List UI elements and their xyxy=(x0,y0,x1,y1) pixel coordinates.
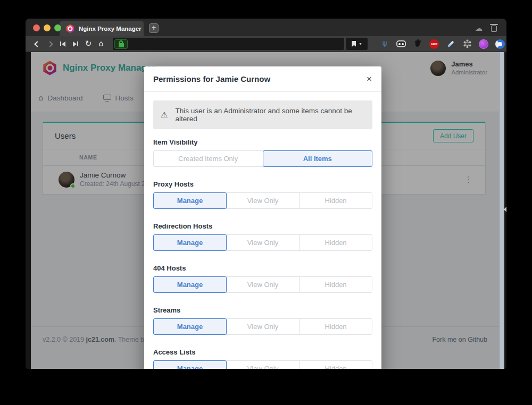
purple-circle-icon xyxy=(479,39,488,49)
option-manage[interactable]: Manage xyxy=(153,318,227,335)
atom-icon xyxy=(466,43,469,45)
zoom-window-button[interactable] xyxy=(54,24,61,31)
browser-tab[interactable]: Nginx Proxy Manager xyxy=(60,21,144,36)
warning-icon: ⚠ xyxy=(161,111,168,119)
rewind-icon xyxy=(60,41,65,47)
extension-fork-button[interactable]: ⋔ xyxy=(378,38,391,50)
window-controls xyxy=(33,24,61,31)
home-button[interactable]: ⌂ xyxy=(95,38,107,50)
option-view-only[interactable]: View Only xyxy=(226,360,300,369)
option-created-items-only[interactable]: Created Items Only xyxy=(153,150,263,167)
option-hidden[interactable]: Hidden xyxy=(299,318,372,335)
reload-icon: ↻ xyxy=(85,40,92,48)
browser-left-edge xyxy=(26,52,31,369)
footprint-icon xyxy=(415,40,420,47)
section-label-redirection-hosts: Redirection Hosts xyxy=(153,222,372,230)
blue-circle-icon xyxy=(495,39,505,49)
desktop-background: Nginx Proxy Manager + ☁ ↻ ⌂ xyxy=(0,0,532,405)
access-lists-group: Manage View Only Hidden xyxy=(153,360,372,369)
admin-alert: ⚠ This user is an Administrator and some… xyxy=(153,100,372,129)
bookmark-button[interactable]: ▾ xyxy=(346,38,368,50)
forward-button[interactable] xyxy=(44,38,56,50)
abp-icon: ABP xyxy=(429,39,439,49)
streams-group: Manage View Only Hidden xyxy=(153,318,372,335)
item-visibility-group: Created Items Only All Items xyxy=(153,150,372,167)
browser-tab-bar: Nginx Proxy Manager + ☁ xyxy=(26,19,506,36)
extension-pen-button[interactable] xyxy=(444,38,457,50)
npm-favicon-icon xyxy=(66,24,74,33)
fast-forward-icon xyxy=(73,41,78,47)
reload-button[interactable]: ↻ xyxy=(82,38,95,50)
pen-icon xyxy=(447,40,454,47)
extension-gnome-button[interactable] xyxy=(411,38,424,50)
option-manage[interactable]: Manage xyxy=(153,192,227,209)
minimize-window-button[interactable] xyxy=(44,24,51,31)
option-all-items[interactable]: All Items xyxy=(263,150,373,167)
option-manage[interactable]: Manage xyxy=(153,360,227,369)
extension-row: ⋔ ABP xyxy=(378,38,506,50)
close-icon[interactable]: × xyxy=(366,74,372,83)
close-window-button[interactable] xyxy=(33,24,40,31)
section-label-proxy-hosts: Proxy Hosts xyxy=(153,180,372,188)
tab-title: Nginx Proxy Manager xyxy=(79,26,142,32)
option-view-only[interactable]: View Only xyxy=(226,234,300,251)
browser-toolbar: ↻ ⌂ ▾ ⋔ ABP xyxy=(26,36,506,52)
back-icon xyxy=(34,41,40,47)
option-hidden[interactable]: Hidden xyxy=(299,192,372,209)
option-hidden[interactable]: Hidden xyxy=(299,234,372,251)
browser-window: Nginx Proxy Manager + ☁ ↻ ⌂ xyxy=(26,19,506,369)
option-manage[interactable]: Manage xyxy=(153,276,227,293)
extension-blue-button[interactable] xyxy=(494,38,506,50)
section-label-404-hosts: 404 Hosts xyxy=(153,264,372,272)
page-viewport: Nginx Proxy Manager James Administrator … xyxy=(26,52,506,369)
extension-atom-button[interactable] xyxy=(461,38,473,50)
permissions-modal: Permissions for Jamie Curnow × ⚠ This us… xyxy=(144,66,381,369)
fork-icon: ⋔ xyxy=(381,39,388,49)
forward-icon xyxy=(47,41,53,47)
panel-toggle-arrow-icon[interactable] xyxy=(504,206,506,213)
extension-goggles-button[interactable] xyxy=(395,38,408,50)
option-view-only[interactable]: View Only xyxy=(226,192,300,209)
ssl-lock-badge[interactable] xyxy=(114,39,128,49)
option-view-only[interactable]: View Only xyxy=(226,276,300,293)
option-hidden[interactable]: Hidden xyxy=(299,360,372,369)
home-icon: ⌂ xyxy=(98,40,104,48)
extension-purple-button[interactable] xyxy=(477,38,490,50)
option-hidden[interactable]: Hidden xyxy=(299,276,372,293)
admin-alert-text: This user is an Administrator and some i… xyxy=(175,107,365,123)
bookmark-icon xyxy=(352,41,356,47)
chevron-down-icon: ▾ xyxy=(359,41,361,46)
extension-adblock-button[interactable]: ABP xyxy=(428,38,440,50)
lock-icon xyxy=(119,43,124,47)
option-view-only[interactable]: View Only xyxy=(226,318,300,335)
fast-forward-button[interactable] xyxy=(69,38,82,50)
new-tab-button[interactable]: + xyxy=(149,23,159,33)
item-visibility-label: Item Visibility xyxy=(153,138,372,146)
modal-title: Permissions for Jamie Curnow xyxy=(153,74,270,83)
back-button[interactable] xyxy=(31,38,44,50)
redirection-hosts-group: Manage View Only Hidden xyxy=(153,234,372,251)
address-bar[interactable] xyxy=(113,38,344,50)
proxy-hosts-group: Manage View Only Hidden xyxy=(153,192,372,209)
section-label-streams: Streams xyxy=(153,306,372,314)
closed-tabs-trash-icon[interactable] xyxy=(491,26,497,32)
web-page: Nginx Proxy Manager James Administrator … xyxy=(31,52,499,369)
section-label-access-lists: Access Lists xyxy=(153,348,372,356)
option-manage[interactable]: Manage xyxy=(153,234,227,251)
sync-cloud-icon[interactable]: ☁ xyxy=(475,24,483,32)
404-hosts-group: Manage View Only Hidden xyxy=(153,276,372,293)
goggles-icon xyxy=(396,40,406,47)
rewind-button[interactable] xyxy=(56,38,69,50)
